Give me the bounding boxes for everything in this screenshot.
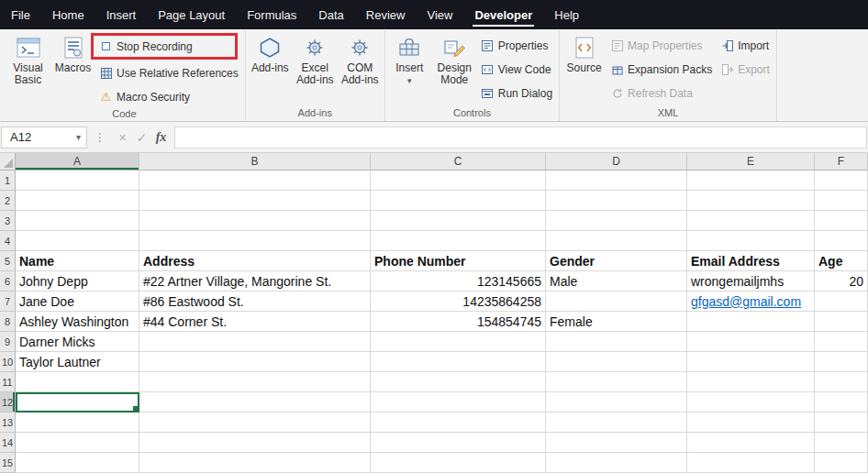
tab-review[interactable]: Review — [355, 0, 417, 29]
cell-C2[interactable] — [371, 191, 546, 211]
cell-B3[interactable] — [139, 211, 371, 231]
row-header-13[interactable]: 13 — [0, 412, 16, 433]
add-ins-button[interactable]: Add-ins — [249, 32, 292, 105]
cell-C4[interactable] — [371, 231, 546, 251]
cell-F5[interactable]: Age — [815, 251, 868, 271]
cell-A1[interactable] — [16, 170, 139, 191]
expansion-packs-button[interactable]: Expansion Packs — [607, 59, 716, 80]
cell-D14[interactable] — [546, 433, 687, 453]
cell-C5[interactable]: Phone Number — [371, 251, 546, 271]
tab-developer[interactable]: Developer — [463, 0, 543, 29]
cell-F7[interactable] — [815, 292, 868, 312]
cell-C11[interactable] — [371, 372, 546, 392]
cell-C10[interactable] — [371, 352, 546, 372]
export-button[interactable]: Export — [718, 59, 773, 80]
cell-B9[interactable] — [139, 332, 371, 352]
cell-E5[interactable]: Email Address — [687, 251, 815, 271]
use-relative-references-button[interactable]: Use Relative References — [96, 62, 242, 83]
insert-function-icon[interactable]: fx — [151, 130, 171, 145]
row-header-10[interactable]: 10 — [0, 352, 16, 372]
cell-C8[interactable]: 154854745 — [371, 312, 546, 332]
cell-C15[interactable] — [371, 453, 546, 473]
cell-B12[interactable] — [139, 392, 371, 412]
cell-B8[interactable]: #44 Corner St. — [139, 312, 371, 332]
tab-data[interactable]: Data — [307, 0, 354, 29]
cell-F12[interactable] — [815, 392, 868, 412]
cell-B2[interactable] — [139, 191, 371, 211]
cell-F8[interactable] — [815, 312, 868, 332]
name-box[interactable]: A12 ▾ — [1, 126, 87, 148]
row-header-2[interactable]: 2 — [0, 191, 16, 211]
cell-A2[interactable] — [16, 191, 139, 211]
email-link[interactable]: gfgasd@gmail.com — [691, 294, 801, 309]
excel-add-ins-button[interactable]: Excel Add-ins — [294, 32, 337, 105]
cell-D2[interactable] — [546, 191, 687, 211]
import-button[interactable]: Import — [718, 35, 773, 56]
cell-F3[interactable] — [815, 211, 868, 231]
row-header-1[interactable]: 1 — [0, 170, 16, 191]
visual-basic-button[interactable]: Visual Basic — [6, 32, 50, 105]
design-mode-button[interactable]: Design Mode — [433, 32, 476, 105]
cell-A3[interactable] — [16, 211, 139, 231]
row-header-7[interactable]: 7 — [0, 292, 16, 312]
cell-A6[interactable]: Johny Depp — [16, 271, 139, 292]
cell-C13[interactable] — [371, 412, 546, 433]
column-header-D[interactable]: D — [546, 153, 687, 170]
cell-A11[interactable] — [16, 372, 139, 392]
source-button[interactable]: Source — [562, 32, 606, 105]
cell-A4[interactable] — [16, 231, 139, 251]
cell-D13[interactable] — [546, 412, 687, 433]
cell-D9[interactable] — [546, 332, 687, 352]
cell-D10[interactable] — [546, 352, 687, 372]
row-header-4[interactable]: 4 — [0, 231, 16, 251]
com-add-ins-button[interactable]: COM Add-ins — [339, 32, 382, 105]
cell-F6[interactable]: 20 — [815, 271, 868, 292]
cell-C1[interactable] — [371, 170, 546, 191]
cell-D4[interactable] — [546, 231, 687, 251]
cell-D3[interactable] — [546, 211, 687, 231]
tab-formulas[interactable]: Formulas — [236, 0, 307, 29]
row-header-15[interactable]: 15 — [0, 453, 16, 473]
cell-C9[interactable] — [371, 332, 546, 352]
cell-D6[interactable]: Male — [546, 271, 687, 292]
cell-E8[interactable] — [687, 312, 815, 332]
refresh-data-button[interactable]: Refresh Data — [607, 82, 716, 104]
column-header-A[interactable]: A — [16, 153, 139, 170]
cell-E10[interactable] — [687, 352, 815, 372]
cell-F2[interactable] — [815, 191, 868, 211]
cell-B14[interactable] — [139, 433, 371, 453]
cell-E13[interactable] — [687, 412, 815, 433]
cell-A7[interactable]: Jane Doe — [16, 292, 139, 312]
cell-C3[interactable] — [371, 211, 546, 231]
tab-insert[interactable]: Insert — [95, 0, 148, 29]
cell-B13[interactable] — [139, 412, 371, 433]
cell-D12[interactable] — [546, 392, 687, 412]
cell-B1[interactable] — [139, 170, 371, 191]
insert-control-button[interactable]: Insert ▾ — [388, 32, 431, 105]
cell-E11[interactable] — [687, 372, 815, 392]
run-dialog-button[interactable]: Run Dialog — [478, 82, 556, 104]
cell-E15[interactable] — [687, 453, 815, 473]
cell-A9[interactable]: Darner Micks — [16, 332, 139, 352]
cell-E14[interactable] — [687, 433, 815, 453]
row-header-9[interactable]: 9 — [0, 332, 16, 352]
insert-dropdown-icon[interactable]: ▾ — [407, 77, 412, 84]
cell-F15[interactable] — [815, 453, 868, 473]
view-code-button[interactable]: View Code — [478, 59, 556, 80]
map-properties-button[interactable]: Map Properties — [607, 35, 716, 56]
column-header-F[interactable]: F — [815, 153, 868, 170]
name-box-chevron-icon[interactable]: ▾ — [76, 132, 86, 142]
cell-E4[interactable] — [687, 231, 815, 251]
cell-A8[interactable]: Ashley Washington — [16, 312, 139, 332]
enter-icon[interactable]: ✓ — [132, 130, 151, 145]
cell-F11[interactable] — [815, 372, 868, 392]
cell-F9[interactable] — [815, 332, 868, 352]
formula-input[interactable] — [174, 126, 867, 148]
cell-D7[interactable] — [546, 292, 687, 312]
cell-A12[interactable] — [16, 392, 139, 412]
cell-C7[interactable]: 14235864258 — [371, 292, 546, 312]
cell-D11[interactable] — [546, 372, 687, 392]
cell-D1[interactable] — [546, 170, 687, 191]
row-header-6[interactable]: 6 — [0, 271, 16, 292]
tab-home[interactable]: Home — [41, 0, 95, 29]
